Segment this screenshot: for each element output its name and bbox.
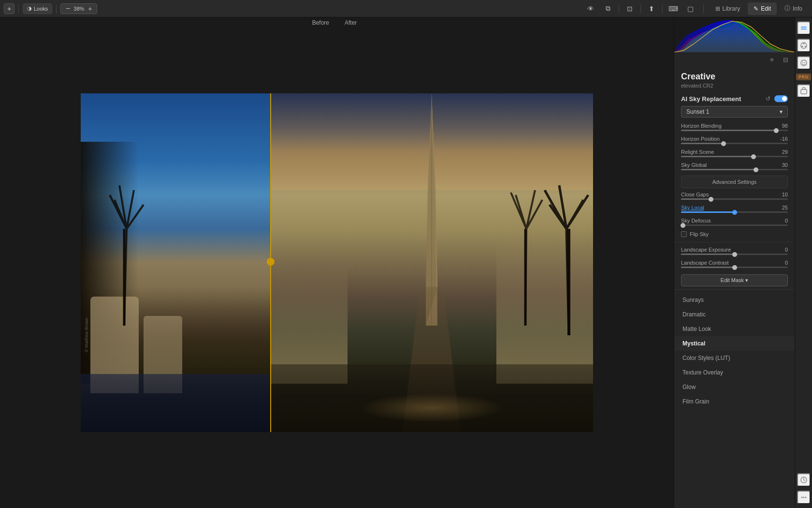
horizon-blending-track[interactable] [681, 130, 788, 131]
palm-left-svg [86, 132, 163, 326]
image-container[interactable]: © Matthew Brown [0, 17, 674, 508]
smiley-strip-icon[interactable] [797, 56, 811, 70]
horizon-blending-row: Horizon Blending 98 [674, 121, 795, 134]
library-icon: ⊞ [715, 5, 720, 12]
sky-global-track[interactable] [681, 169, 788, 170]
svg-point-11 [802, 62, 803, 63]
svg-rect-13 [801, 90, 807, 94]
horizon-blending-value: 98 [782, 123, 788, 129]
sliders-icon-btn[interactable]: ⊟ [780, 54, 791, 65]
view-tabs: ⊞ Library ✎ Edit ⓘ Info [710, 2, 808, 15]
relight-scene-row: Relight Scene 29 [674, 148, 795, 161]
creative-header: Creative elevated.CR2 [674, 67, 795, 90]
looks-button[interactable]: ◑ Looks [23, 3, 52, 14]
side-panel: ≡ ⊟ Creative elevated.CR2 AI Sky Replace… [674, 17, 795, 508]
creative-items-list: Sunrays Dramatic Matte Look Mystical Col… [674, 293, 795, 409]
layers-strip-icon[interactable] [797, 21, 811, 35]
close-gaps-row: Close Gaps 10 [674, 190, 795, 203]
section-icons: ↺ [765, 94, 788, 103]
landscape-exposure-label: Landscape Exposure [681, 247, 731, 253]
zoom-in-button[interactable]: + [86, 3, 94, 14]
palm-right2-svg [496, 142, 554, 326]
looks-icon: ◑ [27, 5, 32, 12]
sky-global-value: 30 [782, 162, 788, 168]
flip-sky-label: Flip Sky [690, 231, 709, 237]
pro-badge: PRO [796, 74, 811, 80]
zoom-out-button[interactable]: − [64, 3, 72, 14]
image-area: Before After [0, 17, 674, 508]
edit-icon: ✎ [754, 5, 758, 12]
svg-point-8 [801, 46, 803, 47]
sky-replacement-header: AI Sky Replacement ↺ [674, 90, 795, 106]
flip-sky-row: Flip Sky [674, 229, 795, 239]
creative-item-film-grain[interactable]: Film Grain [674, 394, 795, 409]
topbar: + ◑ Looks − 38% + 👁 ⧉ ⊡ ⬆ ⌨ ▢ ⊞ Library … [0, 0, 812, 17]
compare-button[interactable]: ⧉ [601, 3, 615, 14]
creative-item-texture-overlay[interactable]: Texture Overlay [674, 365, 795, 380]
main-area: Before After [0, 17, 812, 508]
landscape-contrast-row: Landscape Contrast 0 [674, 258, 795, 271]
palette-strip-icon[interactable] [797, 39, 811, 52]
svg-point-10 [801, 60, 807, 66]
tab-edit[interactable]: ✎ Edit [748, 2, 777, 15]
history-strip-icon[interactable] [797, 473, 811, 487]
horizon-position-label: Horizon Position [681, 136, 720, 142]
before-half: © Matthew Brown [81, 93, 270, 432]
histogram-svg [674, 17, 795, 52]
svg-point-9 [804, 46, 806, 47]
close-gaps-track[interactable] [681, 198, 788, 200]
landscape-exposure-track[interactable] [681, 254, 788, 255]
landscape-contrast-label: Landscape Contrast [681, 260, 728, 266]
horizon-position-track[interactable] [681, 143, 788, 144]
sky-defocus-track[interactable] [681, 224, 788, 226]
zoom-control: − 38% + [60, 3, 97, 14]
sky-local-track[interactable] [681, 211, 788, 213]
relight-scene-track[interactable] [681, 156, 788, 157]
export-button[interactable]: ⬆ [645, 3, 658, 14]
edit-mask-button[interactable]: Edit Mask ▾ [681, 274, 788, 286]
advanced-sliders: Close Gaps 10 Sky Local 25 [674, 190, 795, 271]
svg-rect-5 [801, 29, 807, 30]
sky-replacement-title: AI Sky Replacement [681, 95, 741, 103]
horizon-position-row: Horizon Position -16 [674, 134, 795, 148]
panel-content: Creative elevated.CR2 AI Sky Replacement… [674, 67, 795, 508]
keyboard-button[interactable]: ⌨ [667, 3, 680, 14]
svg-point-16 [803, 497, 804, 498]
creative-item-dramatic[interactable]: Dramatic [674, 307, 795, 322]
window-button[interactable]: ▢ [684, 3, 697, 14]
more-strip-icon[interactable] [797, 491, 811, 504]
main-sliders: Horizon Blending 98 Horizon Position -16 [674, 121, 795, 174]
creative-item-matte-look[interactable]: Matte Look [674, 322, 795, 336]
landscape-contrast-track[interactable] [681, 267, 788, 268]
flip-sky-checkbox[interactable] [681, 231, 687, 237]
chevron-down-icon: ▾ [780, 108, 783, 115]
creative-item-sunrays[interactable]: Sunrays [674, 293, 795, 307]
histogram [674, 17, 795, 52]
svg-point-7 [803, 43, 804, 45]
creative-item-glow[interactable]: Glow [674, 380, 795, 394]
bag-strip-icon[interactable] [797, 84, 811, 98]
split-handle[interactable] [267, 258, 275, 266]
after-half [270, 93, 593, 432]
tab-library[interactable]: ⊞ Library [710, 2, 746, 15]
sky-dropdown[interactable]: Sunset 1 ▾ [681, 106, 788, 118]
creative-item-mystical[interactable]: Mystical [674, 336, 795, 351]
sky-replacement-toggle[interactable] [774, 95, 788, 102]
tab-info[interactable]: ⓘ Info [779, 2, 808, 15]
sky-defocus-value: 0 [785, 218, 788, 224]
advanced-settings-button[interactable]: Advanced Settings [681, 176, 788, 188]
sky-local-label: Sky Local [681, 205, 704, 210]
add-button[interactable]: + [4, 3, 14, 14]
creative-item-color-styles[interactable]: Color Styles (LUT) [674, 351, 795, 365]
sky-local-value: 25 [782, 205, 788, 210]
svg-point-17 [805, 497, 806, 498]
reset-icon[interactable]: ↺ [765, 94, 771, 103]
panel-icons-row: ≡ ⊟ [674, 52, 795, 67]
crop-button[interactable]: ⊡ [623, 3, 637, 14]
horizon-position-value: -16 [780, 136, 788, 142]
layers-icon-btn[interactable]: ≡ [767, 54, 777, 65]
eye-button[interactable]: 👁 [584, 3, 597, 14]
sky-local-row: Sky Local 25 [674, 203, 795, 216]
relight-scene-value: 29 [782, 149, 788, 155]
close-gaps-value: 10 [782, 192, 788, 197]
